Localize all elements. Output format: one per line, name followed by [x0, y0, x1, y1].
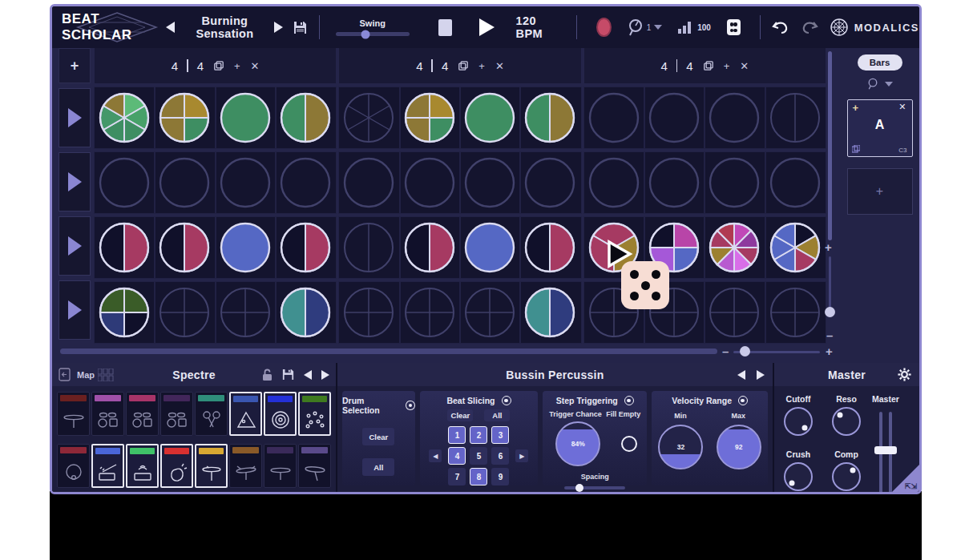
beat-cell[interactable]: [584, 87, 644, 148]
crush-knob[interactable]: [784, 462, 813, 491]
quantize-control[interactable]: 1: [628, 18, 663, 36]
row-play-button[interactable]: [59, 152, 91, 212]
slice-number-6[interactable]: 6: [491, 447, 509, 465]
velocity-max-knob[interactable]: 92: [717, 425, 761, 469]
beat-cell[interactable]: [95, 87, 155, 148]
beat-cell[interactable]: [155, 152, 215, 213]
beat-cell[interactable]: [95, 152, 155, 213]
beat-cell[interactable]: [216, 282, 276, 343]
stop-button[interactable]: [438, 19, 453, 36]
bpm-display[interactable]: 120 BPM: [515, 14, 559, 40]
beat-cell[interactable]: [765, 152, 826, 213]
velocity-min-knob[interactable]: 32: [658, 425, 703, 469]
remove-bar-icon[interactable]: ✕: [495, 60, 504, 72]
beat-cell[interactable]: [460, 282, 520, 343]
randomize-dice-icon[interactable]: [727, 19, 741, 35]
drum-pad-cymbal[interactable]: [57, 392, 90, 436]
beat-cell[interactable]: [400, 152, 460, 213]
duplicate-bar-icon[interactable]: [214, 61, 224, 71]
add-row-button[interactable]: +: [59, 48, 91, 83]
slice-number-2[interactable]: 2: [470, 426, 487, 444]
play-button[interactable]: [479, 18, 495, 36]
beat-cell[interactable]: [95, 217, 155, 278]
velocity-range-radio[interactable]: [738, 396, 748, 405]
beat-cell[interactable]: [705, 217, 765, 278]
drum-pad-crash[interactable]: [229, 444, 262, 488]
beat-cell[interactable]: [644, 152, 705, 213]
duplicate-bar-icon[interactable]: [704, 61, 713, 71]
time-sig-denominator[interactable]: 4: [442, 59, 448, 73]
drum-pad-drumkit[interactable]: [160, 392, 193, 436]
horizontal-zoom-in-button[interactable]: +: [826, 345, 833, 357]
chevron-down-icon[interactable]: [654, 25, 662, 30]
beat-cell[interactable]: [705, 152, 765, 213]
add-subdivision-icon[interactable]: +: [478, 60, 485, 72]
beat-slicing-all-button[interactable]: All: [484, 409, 510, 421]
slice-number-8[interactable]: 8: [470, 468, 487, 485]
beat-cell[interactable]: [400, 87, 460, 148]
add-subdivision-icon[interactable]: +: [234, 60, 240, 72]
row-play-button[interactable]: [59, 216, 91, 276]
add-subdivision-icon[interactable]: +: [724, 60, 730, 72]
spacing-slider[interactable]: [564, 486, 625, 489]
beat-cell[interactable]: [400, 282, 460, 343]
add-bar-card[interactable]: +: [847, 168, 913, 215]
beat-cell[interactable]: [276, 282, 336, 343]
vertical-zoom-in-button[interactable]: +: [825, 241, 832, 253]
bars-quantize-control[interactable]: [840, 78, 919, 90]
beat-cell[interactable]: [520, 152, 580, 213]
drum-selection-radio[interactable]: [406, 401, 414, 410]
reso-knob[interactable]: [832, 407, 861, 436]
time-sig-numerator[interactable]: 4: [172, 59, 178, 73]
pattern-name[interactable]: Burning Sensation: [178, 14, 272, 40]
drum-pad-gong[interactable]: [264, 392, 297, 436]
beat-cell[interactable]: [460, 217, 520, 278]
beat-cell[interactable]: [765, 87, 826, 148]
horizontal-zoom-out-button[interactable]: –: [722, 345, 729, 357]
kit-next-button[interactable]: [321, 370, 329, 380]
spacing-slider-thumb[interactable]: [575, 484, 583, 492]
comp-knob[interactable]: [832, 462, 861, 491]
redo-button[interactable]: [801, 18, 818, 36]
beat-cell[interactable]: [765, 282, 826, 343]
master-slider-handle[interactable]: [874, 446, 897, 454]
slice-page-next-button[interactable]: ▶: [515, 449, 528, 462]
percussin-next-button[interactable]: [757, 370, 765, 380]
beat-cell[interactable]: [155, 87, 215, 148]
remove-bar-icon[interactable]: ✕: [251, 60, 260, 72]
beat-cell[interactable]: [460, 87, 520, 148]
vertical-zoom-thumb[interactable]: [825, 307, 835, 317]
beat-cell[interactable]: [276, 152, 336, 213]
bars-panel-title[interactable]: Bars: [858, 54, 902, 71]
drum-pad-hihat[interactable]: [195, 444, 228, 488]
slice-number-9[interactable]: 9: [491, 468, 509, 485]
time-sig-denominator[interactable]: 4: [686, 59, 692, 73]
copy-bar-icon[interactable]: [852, 145, 860, 153]
collapse-panel-icon[interactable]: [59, 368, 71, 381]
row-play-button[interactable]: [59, 280, 91, 340]
beat-cell[interactable]: [95, 282, 155, 343]
beat-cell[interactable]: [339, 282, 399, 343]
gear-icon[interactable]: [898, 368, 911, 381]
slice-number-7[interactable]: 7: [448, 468, 466, 485]
undo-button[interactable]: [772, 18, 789, 36]
beat-cell[interactable]: [765, 217, 826, 278]
slice-number-1[interactable]: 1: [448, 426, 466, 444]
fill-empty-toggle[interactable]: [621, 436, 637, 452]
cutoff-knob[interactable]: [784, 407, 813, 436]
beat-cell[interactable]: [216, 87, 276, 148]
beat-cell[interactable]: [339, 217, 399, 278]
step-triggering-radio[interactable]: [624, 396, 634, 405]
record-button[interactable]: [596, 18, 611, 37]
drum-selection-clear-button[interactable]: Clear: [362, 428, 394, 445]
beat-cell[interactable]: [520, 282, 580, 343]
slice-number-4[interactable]: 4: [448, 447, 466, 465]
add-bar-icon[interactable]: +: [853, 102, 859, 114]
beat-cell[interactable]: [644, 87, 705, 148]
beat-slicing-radio[interactable]: [502, 396, 511, 405]
beat-cell[interactable]: [276, 217, 336, 278]
beat-slicing-clear-button[interactable]: Clear: [447, 409, 473, 421]
drum-pad-kick[interactable]: [57, 444, 90, 488]
time-sig-numerator[interactable]: 4: [416, 59, 422, 73]
drum-selection-all-button[interactable]: All: [362, 458, 394, 476]
